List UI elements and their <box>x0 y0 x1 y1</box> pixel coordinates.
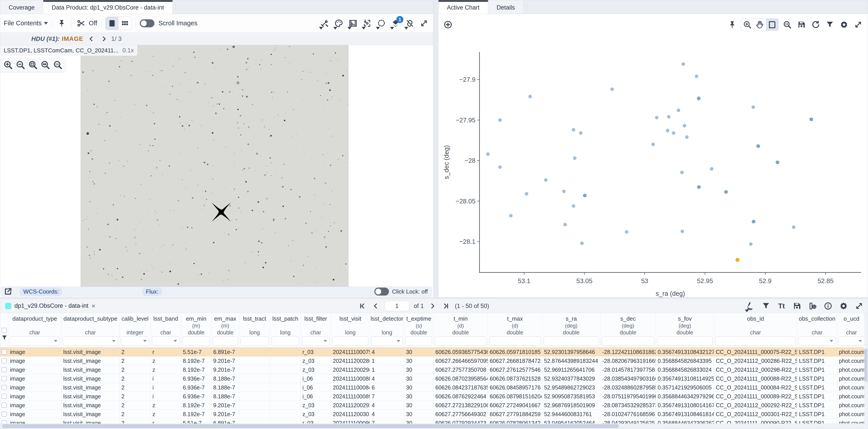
data-point[interactable] <box>572 128 575 132</box>
text-view-icon[interactable]: Tt <box>776 301 787 312</box>
pin-icon[interactable] <box>56 18 67 29</box>
fits-image[interactable] <box>81 45 348 287</box>
table-row[interactable]: imagelsst.visit_image2z8.192e-79.201e-7z… <box>0 410 864 419</box>
column-header-dataproduct_type[interactable]: dataproduct_typechar <box>8 313 61 347</box>
column-header-s_dec[interactable]: s_dec(deg)double <box>600 313 656 347</box>
select-circle-icon[interactable] <box>376 18 387 29</box>
data-point[interactable] <box>509 214 513 218</box>
row-checkbox[interactable] <box>0 347 8 356</box>
selected-data-point[interactable] <box>736 258 740 262</box>
close-icon[interactable]: × <box>91 302 95 310</box>
unlink-icon[interactable] <box>404 18 415 29</box>
filter-icon[interactable] <box>824 19 835 30</box>
data-point[interactable] <box>697 97 700 101</box>
data-point[interactable] <box>563 223 567 227</box>
table-row[interactable]: imagelsst.visit_image2z8.192e-79.201e-7z… <box>0 356 864 365</box>
first-page-button[interactable] <box>358 302 367 310</box>
data-point[interactable] <box>655 116 658 119</box>
data-point[interactable] <box>562 190 565 193</box>
save-icon[interactable] <box>792 301 803 312</box>
filter-input-t_min[interactable] <box>435 336 486 346</box>
filter-input-s_ra[interactable] <box>544 336 599 346</box>
column-header-lsst_patch[interactable]: lsst_patchlong <box>270 313 301 347</box>
tab-active-chart[interactable]: Active Chart <box>438 0 488 14</box>
scatter-chart[interactable]: 53.153.055352.9552.952.85−27.9−27.95−28−… <box>438 35 868 297</box>
filter-input-lsst_patch[interactable] <box>272 336 299 346</box>
data-point[interactable] <box>751 105 755 109</box>
data-point[interactable] <box>579 131 583 135</box>
expand-icon[interactable] <box>418 18 430 29</box>
filter-input-t_max[interactable] <box>489 336 541 346</box>
row-checkbox[interactable] <box>0 410 8 419</box>
data-point[interactable] <box>685 135 689 139</box>
palette-icon[interactable] <box>333 18 344 29</box>
prev-page-button[interactable] <box>371 302 380 310</box>
data-point[interactable] <box>697 185 701 189</box>
settings-icon[interactable] <box>838 19 849 30</box>
column-header-obs_id[interactable]: obs_idchar <box>714 313 797 347</box>
data-point[interactable] <box>572 204 575 208</box>
pan-hand-icon[interactable] <box>753 19 766 31</box>
column-header-lsst_filter[interactable]: lsst_filterchar <box>301 313 331 347</box>
data-point[interactable] <box>683 124 686 127</box>
table-row[interactable]: imagelsst.visit_image2i6.936e-78.188e-7i… <box>0 392 864 401</box>
data-point[interactable] <box>677 109 680 112</box>
filter-input-t_exptime[interactable] <box>406 336 432 346</box>
filter-input-lsst_detector[interactable] <box>371 336 403 346</box>
data-point[interactable] <box>498 118 502 122</box>
add-chart-button[interactable] <box>442 19 454 30</box>
column-header-lsst_detector[interactable]: lsst_detectorlong <box>370 313 404 347</box>
filter-input-s_dec[interactable] <box>602 336 654 346</box>
panel-divider[interactable] <box>433 0 438 297</box>
data-point[interactable] <box>752 220 755 224</box>
zoom-fill-icon[interactable] <box>40 59 51 70</box>
data-point[interactable] <box>681 62 685 66</box>
table-row[interactable]: imagelsst.visit_image2z8.192e-79.201e-7z… <box>0 401 864 410</box>
row-checkbox[interactable] <box>0 356 8 365</box>
last-page-button[interactable] <box>441 302 451 310</box>
filter-input-lsst_filter[interactable] <box>302 336 330 346</box>
expand-icon[interactable] <box>854 301 865 312</box>
filter-input-lsst_visit[interactable] <box>332 336 368 346</box>
column-header-lsst_visit[interactable]: lsst_visitlong <box>331 313 370 347</box>
table-row[interactable]: imagelsst.visit_image2r5.51e-76.891e-7r_… <box>0 347 864 356</box>
column-header-lsst_band[interactable]: lsst_bandchar <box>151 313 181 347</box>
data-point[interactable] <box>672 131 675 135</box>
data-point[interactable] <box>528 95 532 98</box>
table-tab[interactable]: dp1_v29.ObsCore - data-int × <box>0 302 100 310</box>
data-point[interactable] <box>525 192 528 196</box>
filter-input-obs_collection[interactable] <box>799 336 836 346</box>
filter-input-obs_id[interactable] <box>715 336 796 346</box>
filter-input-dataproduct_subtype[interactable] <box>63 336 118 346</box>
filter-input-em_max[interactable] <box>213 336 238 346</box>
tools-icon[interactable] <box>319 18 330 29</box>
data-point[interactable] <box>625 230 628 234</box>
filter-input-dataproduct_type[interactable] <box>9 336 60 346</box>
add-column-icon[interactable] <box>807 301 818 312</box>
column-header-s_ra[interactable]: s_ra(deg)double <box>542 313 600 347</box>
table-row[interactable]: imagelsst.visit_image2i6.936e-78.188e-7i… <box>0 374 864 383</box>
info-icon[interactable] <box>823 301 834 312</box>
data-point[interactable] <box>756 145 760 148</box>
data-point[interactable] <box>810 118 813 121</box>
row-checkbox[interactable] <box>0 365 8 374</box>
row-checkbox[interactable] <box>0 392 8 401</box>
column-header-lsst_tract[interactable]: lsst_tractlong <box>239 313 270 347</box>
zoom-out-icon[interactable] <box>15 59 26 70</box>
data-point[interactable] <box>580 241 584 245</box>
settings-icon[interactable] <box>838 301 849 312</box>
row-checkbox[interactable] <box>0 401 8 410</box>
hdu-next-button[interactable] <box>99 34 109 44</box>
save-icon[interactable] <box>796 19 807 30</box>
data-point[interactable] <box>486 152 490 156</box>
data-point[interactable] <box>667 115 671 119</box>
data-point[interactable] <box>776 161 779 164</box>
layers-icon[interactable]: 1 <box>390 18 401 29</box>
horizontal-scrollbar[interactable] <box>0 424 864 429</box>
recenter-icon[interactable] <box>362 18 373 29</box>
column-header-o_ucd[interactable]: o_ucdchar <box>837 313 864 347</box>
column-header-obs_collection[interactable]: obs_collectionchar <box>797 313 837 347</box>
column-header-dataproduct_subtype[interactable]: dataproduct_subtypechar <box>61 313 120 347</box>
expand-icon[interactable] <box>853 19 864 30</box>
data-point[interactable] <box>666 129 670 132</box>
